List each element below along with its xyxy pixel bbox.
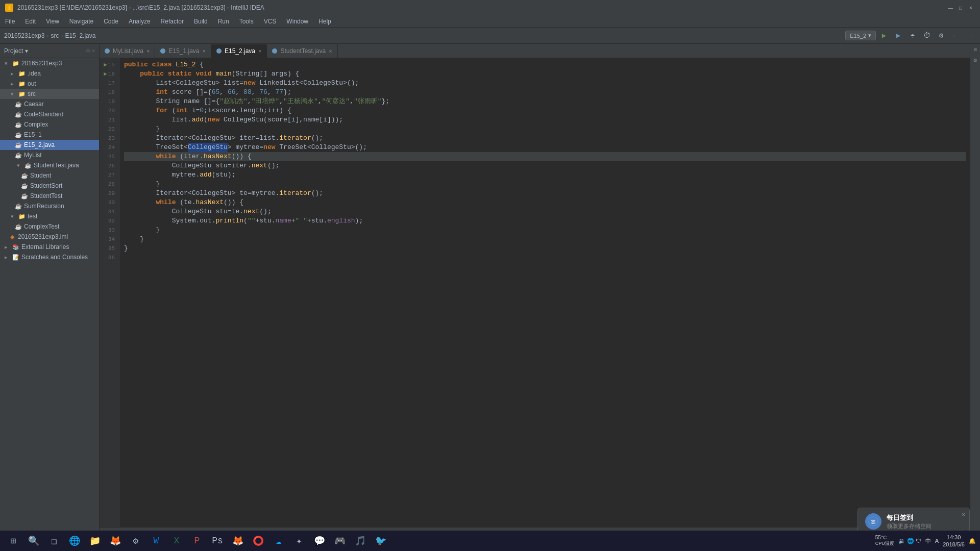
profile-button[interactable]: ⏱ <box>921 30 933 42</box>
code-line-31: CollegeStu stu=te.next(); <box>124 207 966 216</box>
menu-file[interactable]: File <box>0 15 20 27</box>
notification-close-button[interactable]: × <box>962 511 965 518</box>
tree-item-studentsort[interactable]: ☕ StudentSort <box>0 181 99 191</box>
app-btn-4[interactable]: P <box>188 532 206 550</box>
side-btn-2[interactable]: ⚙ <box>971 56 979 64</box>
maximize-button[interactable]: □ <box>957 4 965 12</box>
taskview-button[interactable]: ❑ <box>45 532 63 550</box>
app-btn-12[interactable]: 🎵 <box>351 532 370 550</box>
tree-item-scratches[interactable]: ▸ 📝 Scratches and Consoles <box>0 252 99 262</box>
system-tray: 55℃CPU温度 🔉 🌐 🛡 中 A 14:30 2018/5/6 🔔 <box>875 534 976 548</box>
close-tab-button[interactable]: × <box>329 48 332 54</box>
code-line-33: } <box>124 226 966 235</box>
tab-studenttest[interactable]: StudentTest.java × <box>267 44 337 58</box>
app-btn-2[interactable]: W <box>147 532 165 550</box>
tree-item-complex[interactable]: ☕ Complex <box>0 119 99 130</box>
tab-mylist[interactable]: MyList.java × <box>100 44 155 58</box>
breadcrumb-file[interactable]: E15_2.java <box>65 32 95 39</box>
folder-icon: 📁 <box>18 80 26 88</box>
tree-item-student[interactable]: ☕ Student <box>0 170 99 181</box>
forward-button[interactable]: → <box>964 30 976 42</box>
app-btn-9[interactable]: ✦ <box>290 532 308 550</box>
tab-e15_2[interactable]: E15_2.java × <box>211 44 267 58</box>
side-btn-1[interactable]: ≡ <box>971 46 979 54</box>
tree-item-iml[interactable]: ◆ 20165231exp3.iml <box>0 232 99 242</box>
tree-item-codestandard[interactable]: ☕ CodeStandard <box>0 109 99 119</box>
code-content[interactable]: public class E15_2 { public static void … <box>120 58 970 527</box>
run-configuration[interactable]: E15_2 ▾ <box>845 31 876 40</box>
tree-item-studenttest-root[interactable]: ▾ ☕ StudentTest.java <box>0 160 99 170</box>
breadcrumb-project[interactable]: 20165231exp3 <box>4 32 44 39</box>
expand-icon: ▸ <box>2 253 10 261</box>
action-center-icon[interactable]: 🔔 <box>969 538 976 544</box>
menu-tools[interactable]: Tools <box>234 15 259 27</box>
tree-item-e15_2[interactable]: ☕ E15_2.java <box>0 140 99 150</box>
tab-icon <box>160 48 165 54</box>
tree-item-out[interactable]: ▸ 📁 out <box>0 79 99 89</box>
line-num-34: 34 <box>100 235 117 244</box>
window-controls[interactable]: — □ × <box>946 4 975 12</box>
app-btn-11[interactable]: 🎮 <box>331 532 349 550</box>
app-btn-6[interactable]: 🦊 <box>229 532 247 550</box>
tree-item-complextest[interactable]: ☕ ComplexTest <box>0 221 99 232</box>
tree-item-test[interactable]: ▾ 📁 test <box>0 211 99 221</box>
close-tab-button[interactable]: × <box>258 48 261 54</box>
code-line-26: CollegeStu stu=iter.next(); <box>124 161 966 170</box>
start-button[interactable]: ⊞ <box>4 532 22 550</box>
tree-item-label: MyList <box>24 152 42 159</box>
debug-button[interactable]: ▶ <box>892 30 904 42</box>
tree-item-src[interactable]: ▾ 📁 src <box>0 89 99 99</box>
app-btn-7[interactable]: ⭕ <box>249 532 267 550</box>
close-tab-button[interactable]: × <box>203 48 206 54</box>
tree-item-sumrecursion[interactable]: ☕ SumRecursion <box>0 201 99 211</box>
menu-window[interactable]: Window <box>281 15 313 27</box>
app-btn-1[interactable]: ⚙ <box>127 532 145 550</box>
line-num-27: 27 <box>100 170 117 180</box>
input-method[interactable]: 中 <box>925 537 931 545</box>
tree-item-root[interactable]: ▾ 📁 20165231exp3 <box>0 58 99 68</box>
back-button[interactable]: ← <box>949 30 962 42</box>
app-btn-13[interactable]: 🐦 <box>372 532 390 550</box>
close-button[interactable]: × <box>967 4 975 12</box>
menu-run[interactable]: Run <box>213 15 234 27</box>
app-btn-10[interactable]: 💬 <box>310 532 329 550</box>
app-btn-8[interactable]: ☁ <box>270 532 288 550</box>
folder-icon: 📁 <box>18 212 26 220</box>
minimize-button[interactable]: — <box>946 4 954 12</box>
chevron-down-icon: ▾ <box>868 32 871 39</box>
close-tab-button[interactable]: × <box>146 48 150 54</box>
menu-help[interactable]: Help <box>313 15 336 27</box>
svg-text:签: 签 <box>871 519 876 524</box>
tree-item-studenttest[interactable]: ☕ StudentTest <box>0 191 99 201</box>
run-button[interactable]: ▶ <box>878 30 890 42</box>
date-display: 2018/5/6 <box>943 541 965 548</box>
menu-refactor[interactable]: Refactor <box>156 15 189 27</box>
tree-item-idea[interactable]: ▸ 📁 .idea <box>0 68 99 79</box>
breadcrumb: 20165231exp3 › src › E15_2.java <box>4 32 95 39</box>
menu-edit[interactable]: Edit <box>20 15 41 27</box>
tree-item-label: 20165231exp3.iml <box>18 233 68 240</box>
breadcrumb-sep2: › <box>61 32 63 39</box>
firefox-button[interactable]: 🦊 <box>106 532 125 550</box>
app-btn-3[interactable]: X <box>167 532 186 550</box>
settings-button[interactable]: ⚙ <box>935 30 947 42</box>
explorer-button[interactable]: 📁 <box>86 532 104 550</box>
code-area[interactable]: ▶15 ▶16 17 18 19 20 21 22 23 24 25 26 27… <box>100 58 970 527</box>
menu-vcs[interactable]: VCS <box>259 15 282 27</box>
tab-e15_1[interactable]: E15_1.java × <box>155 44 211 58</box>
app-btn-5[interactable]: Ps <box>208 532 227 550</box>
breadcrumb-src[interactable]: src <box>51 32 59 39</box>
edge-button[interactable]: 🌐 <box>65 532 84 550</box>
coverage-button[interactable]: ☂ <box>906 30 919 42</box>
menu-navigate[interactable]: Navigate <box>64 15 99 27</box>
tree-item-external-libs[interactable]: ▸ 📚 External Libraries <box>0 242 99 252</box>
menu-code[interactable]: Code <box>99 15 124 27</box>
tree-item-mylist[interactable]: ☕ MyList <box>0 150 99 160</box>
menu-analyze[interactable]: Analyze <box>124 15 156 27</box>
tree-item-caesar[interactable]: ☕ Caesar <box>0 99 99 109</box>
menu-view[interactable]: View <box>41 15 64 27</box>
search-button[interactable]: 🔍 <box>24 532 43 550</box>
tree-item-e15_1[interactable]: ☕ E15_1 <box>0 130 99 140</box>
line-num-15: ▶15 <box>100 60 117 69</box>
menu-build[interactable]: Build <box>189 15 213 27</box>
